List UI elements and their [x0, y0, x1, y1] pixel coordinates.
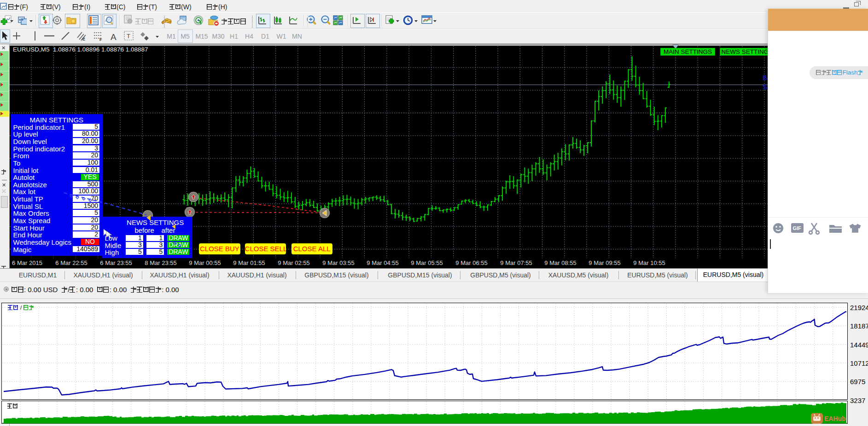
- svg-text:M1: M1: [167, 33, 176, 40]
- svg-text:A: A: [111, 32, 117, 42]
- svg-text:W1: W1: [277, 33, 286, 40]
- svg-text:D1: D1: [261, 33, 269, 40]
- svg-text:F: F: [99, 37, 102, 42]
- svg-text:M30: M30: [212, 33, 224, 40]
- svg-text:MN: MN: [292, 33, 302, 40]
- svg-text:GIF: GIF: [793, 225, 802, 231]
- svg-text:E: E: [82, 37, 85, 41]
- svg-text:M15: M15: [195, 33, 208, 40]
- svg-text:T: T: [127, 33, 130, 40]
- svg-text:H1: H1: [230, 33, 238, 40]
- svg-text:S: S: [763, 83, 767, 91]
- svg-text:B: B: [763, 74, 767, 81]
- svg-text:H4: H4: [245, 33, 253, 40]
- svg-text:M5: M5: [181, 33, 190, 40]
